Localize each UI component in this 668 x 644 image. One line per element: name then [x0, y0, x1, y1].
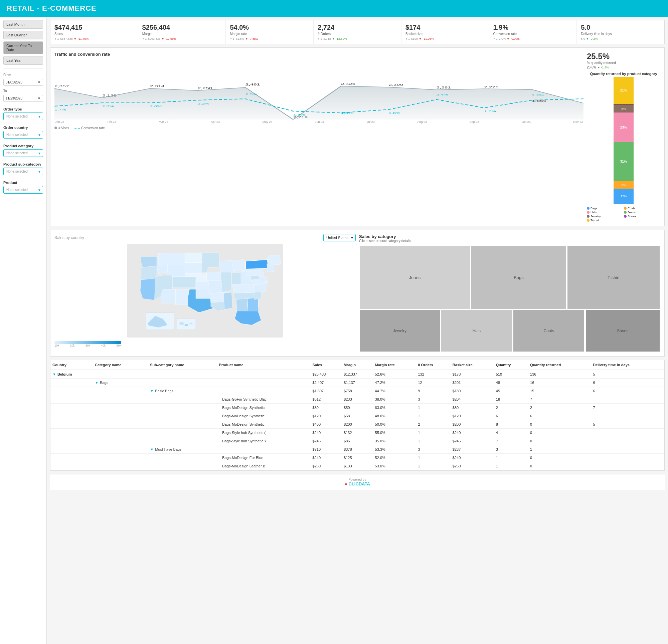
svg-text:2,125: 2,125 — [102, 94, 117, 97]
col-margin: Margin — [342, 360, 373, 370]
cell-margin: $1,137 — [342, 379, 373, 387]
cell-cat — [93, 429, 148, 437]
cell-margin: $50 — [342, 404, 373, 412]
cell-qty: 1 — [494, 454, 528, 462]
product-filter[interactable]: None selected ▼ — [3, 186, 43, 194]
tm-hats[interactable]: Hats — [441, 309, 513, 352]
product-subcategory-select[interactable]: None selected — [3, 168, 43, 175]
hats-dot — [587, 211, 590, 214]
arrow-up-icon-3: ● — [597, 65, 599, 69]
cell-margin: $125 — [342, 454, 373, 462]
svg-marker-31 — [185, 263, 202, 274]
tm-jeans[interactable]: Jeans — [359, 245, 471, 309]
kpi-sales-prev-label: Y-1 — [55, 37, 59, 41]
period-last-month[interactable]: Last Month — [3, 20, 43, 29]
product-category-filter[interactable]: None selected ▼ — [3, 149, 43, 157]
kpi-margin-rate-change: -7.8pts — [249, 37, 258, 41]
qty-returned-label: % quantity returned — [587, 61, 660, 65]
visits-dot — [55, 126, 57, 129]
header: RETAIL - E-COMMERCE — [0, 0, 668, 17]
order-type-select[interactable]: None selected — [3, 112, 43, 120]
cell-sales: $80 — [310, 404, 342, 412]
cell-qty: 7 — [494, 437, 528, 445]
cell-sales: $240 — [310, 429, 342, 437]
order-country-filter[interactable]: None selected ▼ — [3, 131, 43, 139]
cell-mrate: 38.0% — [373, 395, 416, 404]
cell-qty-ret: 2 — [528, 404, 591, 412]
map-scale-bar: 10k 20k 30k 40k 50k — [55, 341, 356, 347]
kpi-margin-rate: 54.0% Margin rate Y-1 61.8% ● -7.8pts — [226, 20, 314, 44]
cell-mrate: 44.7% — [373, 387, 416, 395]
arrow-down-icon-2: ● — [162, 37, 164, 41]
cell-cat — [93, 420, 148, 429]
cell-cat — [93, 404, 148, 412]
cell-delivery: 6 — [591, 387, 665, 395]
cell-delivery — [591, 454, 665, 462]
chart-legend: # Visits Conversion rate — [55, 126, 583, 130]
map-title: Sales by country — [55, 235, 84, 240]
scale-labels: 10k 20k 30k 40k 50k — [55, 344, 121, 347]
tm-tshirt[interactable]: T-shirt — [567, 245, 660, 309]
cell-sales: $250 — [310, 462, 342, 471]
shoes-dot — [624, 215, 626, 218]
period-current-year[interactable]: Current Year To Date — [3, 41, 43, 54]
conversion-line-icon — [75, 128, 80, 128]
table-row: Bags-MoDesign Fur Blue $240 $125 52.0% 1… — [50, 454, 664, 462]
cell-qty-ret: 0 — [528, 429, 591, 437]
tm-shoes[interactable]: Shoes — [585, 309, 661, 352]
expand-icon-sub2[interactable]: ▼ — [150, 389, 154, 393]
svg-marker-35 — [163, 275, 172, 289]
country-select[interactable]: United States — [323, 234, 356, 241]
cell-mrate: 47.2% — [373, 379, 416, 387]
order-country-select[interactable]: None selected — [3, 131, 43, 139]
svg-marker-29 — [158, 253, 185, 265]
svg-text:2.5%: 2.5% — [245, 93, 257, 96]
treemap[interactable]: Jeans Bags T-shirt Jewelry Hats Coats Sh… — [359, 245, 660, 352]
svg-marker-33 — [168, 264, 185, 277]
country-select-wrapper[interactable]: United States ▼ — [323, 234, 356, 241]
svg-text:2,401: 2,401 — [245, 83, 260, 86]
cell-country — [50, 445, 93, 454]
cell-product — [217, 387, 310, 395]
period-last-quarter[interactable]: Last Quarter — [3, 31, 43, 40]
kpi-orders-label: # Orders — [318, 32, 397, 36]
cell-margin: $233 — [342, 395, 373, 404]
cell-delivery — [591, 445, 665, 454]
order-type-filter[interactable]: None selected ▼ — [3, 112, 43, 120]
period-last-year[interactable]: Last Year — [3, 56, 43, 65]
cell-qty: 18 — [494, 395, 528, 404]
cell-basket: $240 — [451, 454, 494, 462]
tm-bags[interactable]: Bags — [471, 245, 567, 309]
cell-margin: $86 — [342, 437, 373, 445]
qty-prev-value: 26.8% — [587, 65, 596, 69]
cell-qty-ret: 0 — [528, 454, 591, 462]
expand-icon[interactable]: ▼ — [52, 372, 56, 376]
coats-dot — [624, 207, 626, 210]
cell-qty-ret: 16 — [528, 379, 591, 387]
expand-icon-sub[interactable]: ▼ — [95, 381, 98, 385]
powered-by-label: Powered by — [54, 478, 661, 481]
col-sales: Sales — [310, 360, 342, 370]
from-date-picker[interactable]: 01/01/2023 ▼ — [3, 79, 43, 86]
month-feb: Feb 23 — [107, 120, 116, 124]
cell-mrate: 48.0% — [373, 412, 416, 420]
cell-qty-ret: 6 — [528, 412, 591, 420]
tm-coats[interactable]: Coats — [513, 309, 585, 352]
tm-jewelry[interactable]: Jewelry — [359, 309, 441, 352]
kpi-sales-label: Sales — [55, 32, 134, 36]
cell-basket: $80 — [451, 404, 494, 412]
map-section: Sales by country United States ▼ — [55, 234, 356, 352]
arrow-down-icon: ● — [74, 37, 76, 41]
expand-icon-sub2[interactable]: ▼ — [150, 447, 154, 451]
to-date-picker[interactable]: 11/23/2023 ▼ — [3, 95, 43, 102]
product-category-select[interactable]: None selected — [3, 149, 43, 157]
cell-country — [50, 412, 93, 420]
product-subcategory-filter[interactable]: None selected ▼ — [3, 168, 43, 175]
legend-jewelry: Jewelry — [587, 215, 623, 218]
category-title: Sales by category — [359, 234, 660, 239]
col-orders: # Orders — [416, 360, 450, 370]
legend-coats: Coats — [624, 206, 660, 210]
svg-marker-63 — [245, 260, 268, 269]
table-row: ▼Basic Bags $1,697 $758 44.7% 9 $189 45 … — [50, 387, 664, 395]
product-select[interactable]: None selected — [3, 186, 43, 194]
